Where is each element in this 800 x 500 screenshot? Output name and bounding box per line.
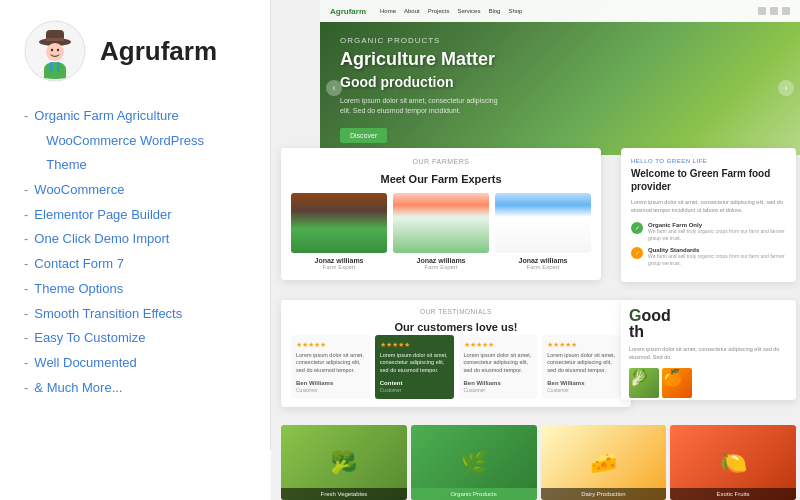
experts-title: Meet Our Farm Experts [291,173,591,185]
right-info-panel: Hello To Green Life Welcome to Green Far… [621,148,796,282]
review-card-4: ★★★★★ Lorem ipsum dolor sit amet, consec… [542,335,621,399]
feature-theme: Theme Options [34,277,123,302]
product-label-exotic: Exotic Fruits [670,488,796,500]
feature-transition: Smooth Transition Effects [34,302,182,327]
right-panel: Agrufarm Home About Projects Services Bl… [271,0,800,500]
stars-4: ★★★★★ [547,340,616,350]
experts-grid: Jonaz williams Farm Expert Jonaz william… [291,193,591,270]
hero-prev-arrow[interactable]: ‹ [326,80,342,96]
reviewer-name-3: Ben Williams [464,379,533,387]
expert-card-1: Jonaz williams Farm Expert [291,193,387,270]
svg-point-4 [46,43,64,61]
stars-2: ★★★★★ [380,340,449,350]
extra-title: Good th [629,308,788,340]
info-item-1: ✓ Organic Farm Only We farm and sell tru… [631,222,786,242]
customers-section-label: Our Testimonials [291,308,621,315]
svg-rect-8 [57,62,60,72]
experts-section: Our Farmers Meet Our Farm Experts Jonaz … [281,148,601,280]
right-info-title: Welcome to Green Farm food provider [631,167,786,193]
hero-nav-projects: Projects [428,8,450,14]
expert-role-3: Farm Expert [495,264,591,270]
hero-nav-shop: Shop [508,8,522,14]
extra-images: 🥬 🍊 [629,368,788,398]
review-text-1: Lorem ipsum dolor sit amet, consectetur … [296,352,365,375]
stars-3: ★★★★★ [464,340,533,350]
expert-image-3 [495,193,591,253]
feature-demo: One Click Demo Import [34,227,169,252]
reviewer-title-3: Customer [464,387,533,394]
customers-section: Our Testimonials Our customers love us! … [281,300,631,407]
hero-nav: Agrufarm Home About Projects Services Bl… [320,0,800,22]
nav-icon-menu [782,7,790,15]
svg-point-5 [51,49,53,51]
feature-organic-line2: WooCommerce WordPress [34,133,204,148]
feature-organic-line3: Theme [34,157,86,172]
feature-docs: Well Documented [34,351,136,376]
extra-img-1: 🥬 [629,368,659,398]
hero-arrows: ‹ › [326,80,794,96]
reviewer-title-1: Customer [296,387,365,394]
hero-discover-button[interactable]: Discover [340,128,387,143]
info-item-2-text: We farm and sell truly organic crops fro… [648,253,786,267]
svg-rect-2 [46,30,64,44]
extra-title-bold: G [629,307,641,324]
product-card-exotic: 🍋 Exotic Fruits [670,425,796,500]
info-item-1-content: Organic Farm Only We farm and sell truly… [648,222,786,242]
feature-organic-line1: Organic Farm Agriculture [34,108,179,123]
right-info-subtitle: Hello To Green Life [631,158,786,164]
hero-next-arrow[interactable]: › [778,80,794,96]
product-card-dairy: 🧀 Dairy Production [541,425,667,500]
feature-contact: Contact Form 7 [34,252,124,277]
product-card-vegetables: 🥦 Fresh Vegetables [281,425,407,500]
product-label-vegetables: Fresh Vegetables [281,488,407,500]
stars-1: ★★★★★ [296,340,365,350]
hero-nav-services: Services [457,8,480,14]
list-item: - WooCommerce [24,178,246,203]
review-text-4: Lorem ipsum dolor sit amet, consectetur … [547,352,616,375]
reviewer-title-4: Customer [547,387,616,394]
extra-subtitle: th [629,323,644,340]
list-item: - Smooth Transition Effects [24,302,246,327]
logo-area: Agrufarm [24,20,246,82]
list-item: - One Click Demo Import [24,227,246,252]
extra-text: Lorem ipsum dolor sit amet, consectetur … [629,345,788,362]
experts-section-label: Our Farmers [291,158,591,165]
expert-card-2: Jonaz williams Farm Expert [393,193,489,270]
expert-name-2: Jonaz williams [393,257,489,264]
nav-icon-search [758,7,766,15]
list-item: - Elementor Page Builder [24,203,246,228]
svg-point-6 [57,49,59,51]
expert-image-2 [393,193,489,253]
reviews-grid: ★★★★★ Lorem ipsum dolor sit amet, consec… [291,335,621,399]
hero-nav-logo: Agrufarm [330,7,366,16]
brand-name: Agrufarm [100,36,217,67]
info-icon-quality: ✓ [631,247,643,259]
info-item-2-content: Quality Standards We farm and sell truly… [648,247,786,267]
hero-subtitle: Organic Products [340,36,780,45]
preview-container: Agrufarm Home About Projects Services Bl… [271,0,800,500]
expert-role-2: Farm Expert [393,264,489,270]
nav-icon-cart [770,7,778,15]
expert-image-1 [291,193,387,253]
review-text-2: Lorem ipsum dolor sit amet, consectetur … [380,352,449,375]
hero-screenshot: Agrufarm Home About Projects Services Bl… [320,0,800,155]
list-item: - Well Documented [24,351,246,376]
hero-nav-about: About [404,8,420,14]
hero-description: Lorem ipsum dolor sit amet, consectetur … [340,96,500,116]
feature-woocommerce: WooCommerce [34,178,124,203]
review-card-1: ★★★★★ Lorem ipsum dolor sit amet, consec… [291,335,370,399]
list-item: - Contact Form 7 [24,252,246,277]
hero-nav-home: Home [380,8,396,14]
extra-panel: Good th Lorem ipsum dolor sit amet, cons… [621,300,796,400]
feature-elementor: Elementor Page Builder [34,203,171,228]
list-item: - Easy To Customize [24,326,246,351]
svg-rect-7 [50,62,53,72]
review-card-2: ★★★★★ Lorem ipsum dolor sit amet, consec… [375,335,454,399]
products-row: 🥦 Fresh Vegetables 🌿 Organic Products 🧀 … [281,425,796,500]
product-label-organic: Organic Products [411,488,537,500]
farmer-icon [24,20,86,82]
list-item: - Theme Options [24,277,246,302]
review-text-3: Lorem ipsum dolor sit amet, consectetur … [464,352,533,375]
features-list: - Organic Farm Agriculture WooCommerce W… [24,104,246,400]
info-item-2: ✓ Quality Standards We farm and sell tru… [631,247,786,267]
